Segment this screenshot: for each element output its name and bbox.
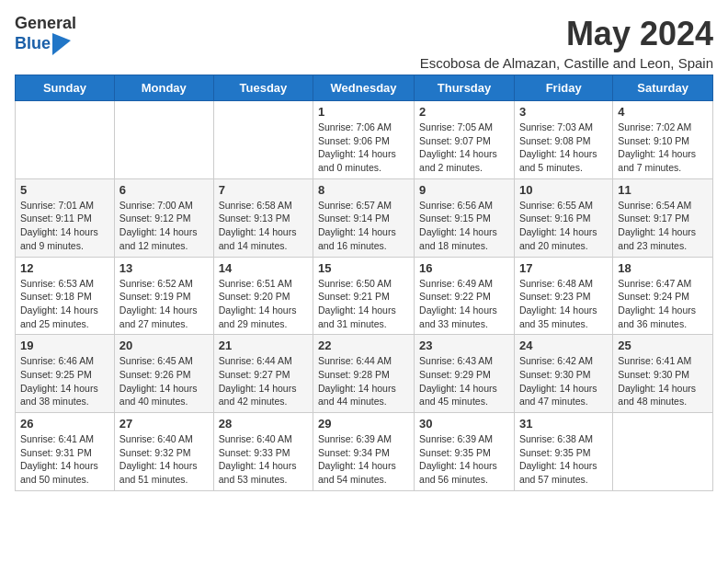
calendar-cell: 25Sunrise: 6:41 AMSunset: 9:30 PMDayligh… bbox=[613, 335, 713, 413]
day-info: Sunrise: 6:44 AMSunset: 9:27 PMDaylight:… bbox=[219, 354, 308, 408]
day-number: 10 bbox=[519, 183, 608, 197]
day-info: Sunrise: 6:45 AMSunset: 9:26 PMDaylight:… bbox=[119, 354, 209, 408]
day-info: Sunrise: 6:47 AMSunset: 9:24 PMDaylight:… bbox=[618, 277, 708, 331]
day-info: Sunrise: 7:02 AMSunset: 9:10 PMDaylight:… bbox=[618, 121, 708, 175]
subtitle: Escobosa de Almazan, Castille and Leon, … bbox=[420, 55, 713, 71]
day-info: Sunrise: 6:51 AMSunset: 9:20 PMDaylight:… bbox=[219, 277, 308, 331]
week-row-5: 26Sunrise: 6:41 AMSunset: 9:31 PMDayligh… bbox=[16, 413, 713, 491]
calendar-body: 1Sunrise: 7:06 AMSunset: 9:06 PMDaylight… bbox=[16, 101, 713, 491]
logo-blue: Blue bbox=[15, 35, 51, 53]
calendar-cell: 5Sunrise: 7:01 AMSunset: 9:11 PMDaylight… bbox=[16, 178, 115, 257]
calendar-cell: 10Sunrise: 6:55 AMSunset: 9:16 PMDayligh… bbox=[514, 178, 612, 257]
day-info: Sunrise: 6:40 AMSunset: 9:32 PMDaylight:… bbox=[119, 432, 209, 487]
calendar-header: SundayMondayTuesdayWednesdayThursdayFrid… bbox=[16, 75, 713, 101]
day-number: 22 bbox=[318, 339, 409, 352]
calendar-cell: 14Sunrise: 6:51 AMSunset: 9:20 PMDayligh… bbox=[213, 257, 313, 335]
day-number: 30 bbox=[419, 417, 509, 431]
logo: General Blue bbox=[15, 15, 76, 55]
calendar-cell: 30Sunrise: 6:39 AMSunset: 9:35 PMDayligh… bbox=[415, 413, 515, 491]
day-info: Sunrise: 7:05 AMSunset: 9:07 PMDaylight:… bbox=[419, 121, 509, 175]
day-number: 5 bbox=[20, 183, 109, 197]
title-area: May 2024 Escobosa de Almazan, Castille a… bbox=[420, 15, 713, 71]
header-row: SundayMondayTuesdayWednesdayThursdayFrid… bbox=[16, 75, 713, 101]
calendar-cell: 4Sunrise: 7:02 AMSunset: 9:10 PMDaylight… bbox=[613, 101, 713, 179]
calendar-cell: 16Sunrise: 6:49 AMSunset: 9:22 PMDayligh… bbox=[415, 257, 515, 335]
calendar-cell: 12Sunrise: 6:53 AMSunset: 9:18 PMDayligh… bbox=[16, 257, 115, 335]
day-info: Sunrise: 6:41 AMSunset: 9:31 PMDaylight:… bbox=[20, 432, 109, 487]
calendar-cell: 7Sunrise: 6:58 AMSunset: 9:13 PMDaylight… bbox=[213, 178, 313, 257]
day-info: Sunrise: 6:49 AMSunset: 9:22 PMDaylight:… bbox=[419, 277, 509, 331]
week-row-1: 1Sunrise: 7:06 AMSunset: 9:06 PMDaylight… bbox=[16, 101, 713, 179]
calendar-cell: 15Sunrise: 6:50 AMSunset: 9:21 PMDayligh… bbox=[313, 257, 415, 335]
week-row-3: 12Sunrise: 6:53 AMSunset: 9:18 PMDayligh… bbox=[16, 257, 713, 335]
header-day-sunday: Sunday bbox=[16, 75, 115, 101]
day-info: Sunrise: 6:46 AMSunset: 9:25 PMDaylight:… bbox=[20, 354, 109, 408]
header-day-friday: Friday bbox=[514, 75, 612, 101]
calendar-cell: 3Sunrise: 7:03 AMSunset: 9:08 PMDaylight… bbox=[514, 101, 612, 179]
day-number: 16 bbox=[419, 261, 509, 275]
day-info: Sunrise: 7:06 AMSunset: 9:06 PMDaylight:… bbox=[318, 121, 409, 175]
day-info: Sunrise: 6:43 AMSunset: 9:29 PMDaylight:… bbox=[419, 354, 509, 408]
calendar-cell: 2Sunrise: 7:05 AMSunset: 9:07 PMDaylight… bbox=[415, 101, 515, 179]
calendar-cell: 9Sunrise: 6:56 AMSunset: 9:15 PMDaylight… bbox=[415, 178, 515, 257]
day-number: 3 bbox=[519, 105, 608, 119]
day-number: 7 bbox=[219, 183, 308, 197]
day-number: 4 bbox=[618, 105, 708, 119]
calendar-cell: 19Sunrise: 6:46 AMSunset: 9:25 PMDayligh… bbox=[16, 335, 115, 413]
calendar-cell bbox=[16, 101, 115, 179]
day-number: 19 bbox=[20, 339, 109, 352]
day-info: Sunrise: 6:39 AMSunset: 9:35 PMDaylight:… bbox=[419, 432, 509, 487]
day-info: Sunrise: 6:44 AMSunset: 9:28 PMDaylight:… bbox=[318, 354, 409, 408]
day-number: 21 bbox=[219, 339, 308, 352]
calendar-cell: 21Sunrise: 6:44 AMSunset: 9:27 PMDayligh… bbox=[213, 335, 313, 413]
calendar-cell: 13Sunrise: 6:52 AMSunset: 9:19 PMDayligh… bbox=[114, 257, 213, 335]
header-day-saturday: Saturday bbox=[613, 75, 713, 101]
calendar-cell: 28Sunrise: 6:40 AMSunset: 9:33 PMDayligh… bbox=[213, 413, 313, 491]
day-number: 26 bbox=[20, 417, 109, 431]
logo-general: General bbox=[15, 15, 76, 33]
day-number: 25 bbox=[618, 339, 708, 352]
day-number: 2 bbox=[419, 105, 509, 119]
day-info: Sunrise: 7:00 AMSunset: 9:12 PMDaylight:… bbox=[119, 199, 209, 253]
calendar-cell: 1Sunrise: 7:06 AMSunset: 9:06 PMDaylight… bbox=[313, 101, 415, 179]
header-day-wednesday: Wednesday bbox=[313, 75, 415, 101]
day-number: 20 bbox=[119, 339, 209, 352]
day-number: 14 bbox=[219, 261, 308, 275]
svg-marker-0 bbox=[52, 33, 71, 55]
logo-icon bbox=[52, 33, 71, 55]
calendar-cell: 11Sunrise: 6:54 AMSunset: 9:17 PMDayligh… bbox=[613, 178, 713, 257]
calendar-cell: 29Sunrise: 6:39 AMSunset: 9:34 PMDayligh… bbox=[313, 413, 415, 491]
day-info: Sunrise: 6:40 AMSunset: 9:33 PMDaylight:… bbox=[219, 432, 308, 487]
calendar-cell: 31Sunrise: 6:38 AMSunset: 9:35 PMDayligh… bbox=[514, 413, 612, 491]
day-info: Sunrise: 7:01 AMSunset: 9:11 PMDaylight:… bbox=[20, 199, 109, 253]
week-row-4: 19Sunrise: 6:46 AMSunset: 9:25 PMDayligh… bbox=[16, 335, 713, 413]
day-number: 17 bbox=[519, 261, 608, 275]
page-header: General Blue May 2024 Escobosa de Almaza… bbox=[15, 15, 713, 71]
calendar-cell: 8Sunrise: 6:57 AMSunset: 9:14 PMDaylight… bbox=[313, 178, 415, 257]
day-info: Sunrise: 6:58 AMSunset: 9:13 PMDaylight:… bbox=[219, 199, 308, 253]
day-info: Sunrise: 6:48 AMSunset: 9:23 PMDaylight:… bbox=[519, 277, 608, 331]
day-number: 29 bbox=[318, 417, 409, 431]
day-info: Sunrise: 6:56 AMSunset: 9:15 PMDaylight:… bbox=[419, 199, 509, 253]
calendar-cell: 24Sunrise: 6:42 AMSunset: 9:30 PMDayligh… bbox=[514, 335, 612, 413]
calendar-cell: 26Sunrise: 6:41 AMSunset: 9:31 PMDayligh… bbox=[16, 413, 115, 491]
day-info: Sunrise: 6:55 AMSunset: 9:16 PMDaylight:… bbox=[519, 199, 608, 253]
calendar-cell: 27Sunrise: 6:40 AMSunset: 9:32 PMDayligh… bbox=[114, 413, 213, 491]
day-number: 13 bbox=[119, 261, 209, 275]
day-number: 24 bbox=[519, 339, 608, 352]
calendar-cell: 22Sunrise: 6:44 AMSunset: 9:28 PMDayligh… bbox=[313, 335, 415, 413]
calendar-table: SundayMondayTuesdayWednesdayThursdayFrid… bbox=[15, 75, 713, 491]
day-number: 15 bbox=[318, 261, 409, 275]
day-info: Sunrise: 6:42 AMSunset: 9:30 PMDaylight:… bbox=[519, 354, 608, 408]
header-day-tuesday: Tuesday bbox=[213, 75, 313, 101]
calendar-cell: 20Sunrise: 6:45 AMSunset: 9:26 PMDayligh… bbox=[114, 335, 213, 413]
day-number: 18 bbox=[618, 261, 708, 275]
calendar-cell bbox=[114, 101, 213, 179]
day-info: Sunrise: 6:50 AMSunset: 9:21 PMDaylight:… bbox=[318, 277, 409, 331]
day-info: Sunrise: 6:57 AMSunset: 9:14 PMDaylight:… bbox=[318, 199, 409, 253]
day-info: Sunrise: 6:39 AMSunset: 9:34 PMDaylight:… bbox=[318, 432, 409, 487]
day-number: 1 bbox=[318, 105, 409, 119]
day-info: Sunrise: 6:52 AMSunset: 9:19 PMDaylight:… bbox=[119, 277, 209, 331]
day-info: Sunrise: 7:03 AMSunset: 9:08 PMDaylight:… bbox=[519, 121, 608, 175]
calendar-cell: 18Sunrise: 6:47 AMSunset: 9:24 PMDayligh… bbox=[613, 257, 713, 335]
